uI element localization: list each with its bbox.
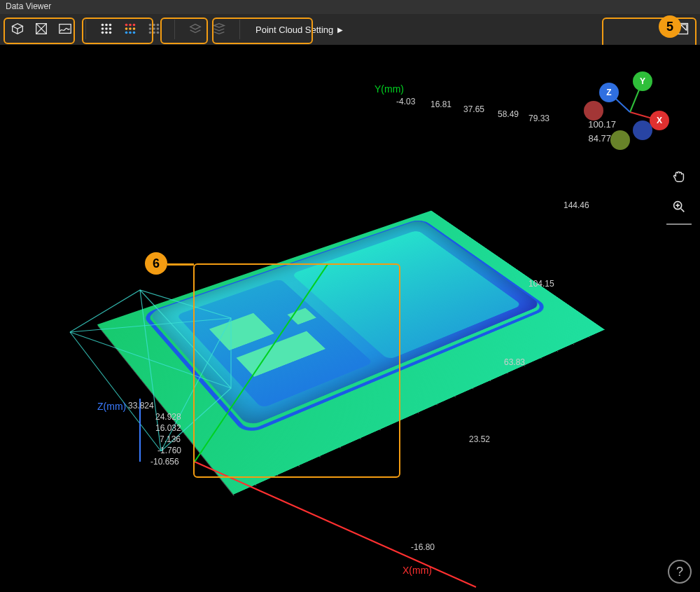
gizmo-neg[interactable] [633,121,652,140]
point-cloud-setting-label: Point Cloud Setting [255,25,333,35]
toolbar: Point Cloud Setting ▶ [0,14,700,45]
layer-single-icon [188,21,203,39]
svg-point-21 [153,23,155,26]
z-tick: 7.136 [160,434,181,444]
y-tick: 58.49 [498,109,519,119]
z-tick: 24.928 [155,412,181,422]
point-cloud-gray-icon [146,21,162,39]
gizmo-neg[interactable] [584,101,603,121]
pc-gray-button[interactable] [144,19,164,40]
layer-multi-icon [211,21,227,39]
gizmo-z[interactable]: Z [599,83,619,102]
y-tick: 37.65 [463,104,484,114]
toolbar-divider [174,20,175,39]
svg-point-2 [102,23,104,26]
x-tick: -16.80 [411,542,435,552]
zoom-tool-button[interactable] [668,198,690,219]
svg-point-13 [133,23,136,26]
gizmo-readout-2: 84.77 [588,133,611,144]
pan-hand-icon [671,169,687,187]
layer-single-button [185,19,206,40]
view-mode-3d-icon [10,21,25,39]
x-tick: 104.15 [528,279,554,289]
y-tick: -4.03 [396,97,415,106]
view-mode-3d-button[interactable] [7,19,28,40]
svg-point-19 [133,31,136,34]
svg-point-18 [129,31,132,34]
z-tick: -10.656 [150,457,179,467]
gizmo-readout-1: 100.17 [588,119,616,130]
svg-point-12 [129,23,132,26]
zoom-slider[interactable] [666,223,692,225]
svg-point-22 [157,23,160,26]
svg-point-17 [125,31,128,34]
toolbar-group-2 [94,18,166,41]
help-button[interactable]: ? [668,560,692,584]
svg-point-20 [149,23,152,26]
fullscreen-icon [676,22,690,38]
toolbar-divider [239,20,240,39]
x-axis-label: X(mm) [402,565,432,576]
point-cloud-setting-button[interactable]: Point Cloud Setting ▶ [248,18,350,41]
z-tick: 16.032 [155,423,181,433]
x-tick: 23.52 [469,434,490,444]
pc-mono-button[interactable] [96,19,117,40]
y-tick: 79.33 [528,113,550,123]
view-mode-profile-button[interactable] [55,19,76,40]
gizmo-neg[interactable] [610,130,630,150]
gizmo-x[interactable]: X [650,111,669,130]
y-axis-label: Y(mm) [374,83,404,95]
svg-point-24 [153,27,155,30]
point-cloud-color-icon [122,21,138,39]
chevron-right-icon: ▶ [337,26,343,34]
point-cloud-mono-icon [99,21,114,39]
gizmo-y[interactable]: Y [633,71,652,91]
view-mode-profile-icon [57,21,73,39]
z-tick: 33.824 [128,401,154,411]
svg-point-11 [125,23,128,26]
pc-color-button[interactable] [120,19,141,40]
svg-point-28 [157,31,160,34]
svg-point-15 [129,27,132,30]
data-viewer-window: Data Viewer [0,0,700,592]
svg-point-27 [153,31,155,34]
svg-point-4 [109,23,112,26]
help-icon: ? [676,565,683,579]
svg-point-10 [109,31,112,34]
svg-point-9 [105,31,108,34]
fullscreen-button[interactable] [672,19,693,40]
svg-point-14 [125,27,128,30]
svg-point-8 [102,31,104,34]
toolbar-divider [85,20,86,39]
pan-tool-button[interactable] [668,167,690,188]
view-mode-2d-button[interactable] [31,19,52,40]
svg-point-7 [109,27,112,30]
svg-point-26 [149,31,152,34]
toolbar-group-1 [6,18,77,41]
z-tick: -1.760 [158,446,181,455]
svg-point-16 [133,27,136,30]
viewport-3d[interactable]: X(mm) Y(mm) Z(mm) -16.80 23.52 63.83 104… [0,45,700,592]
x-tick: 144.46 [564,200,589,210]
toolbar-group-3 [183,18,231,41]
zoom-in-icon [671,199,687,217]
layer-multi-button [209,19,230,40]
view-mode-2d-icon [34,21,49,39]
svg-point-25 [157,27,160,30]
z-axis-label: Z(mm) [97,401,126,412]
x-tick: 63.83 [504,357,525,367]
svg-point-6 [105,27,108,30]
svg-point-5 [102,27,104,30]
svg-point-23 [149,27,152,30]
svg-point-3 [105,23,108,26]
window-title: Data Viewer [0,0,700,14]
y-tick: 16.81 [430,99,451,109]
